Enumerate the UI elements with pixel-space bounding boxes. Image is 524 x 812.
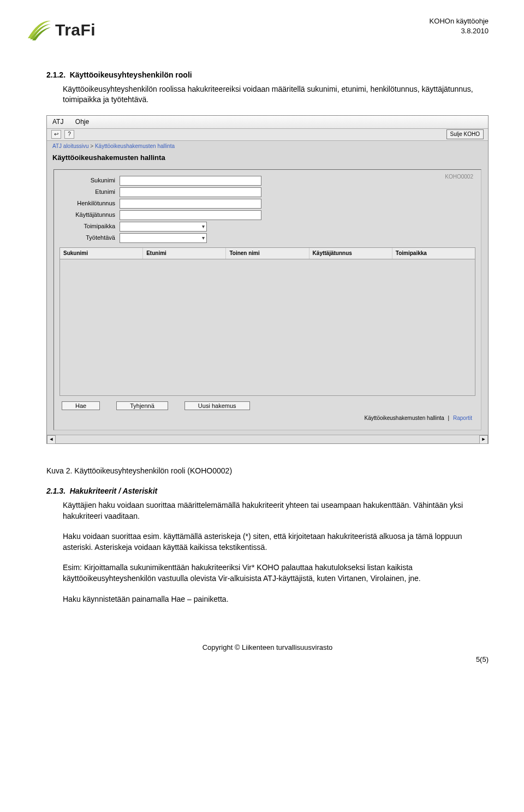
toolbar: ↩ ? Sulje KOHO [47,129,488,141]
horizontal-scrollbar[interactable]: ◄ ► [47,435,488,443]
col-sukunimi: Sukunimi [60,248,143,259]
paragraph: Haku käynnistetään painamalla Hae – pain… [63,594,489,605]
tab-raportit[interactable]: Raportit [453,415,472,421]
col-toinen-nimi: Toinen nimi [226,248,309,259]
tab-hallinta[interactable]: Käyttöoikeushakemusten hallinta [365,415,444,421]
hae-button[interactable]: Hae [62,401,100,410]
menu-ohje[interactable]: Ohje [75,118,89,126]
doc-meta: KOHOn käyttöohje 3.8.2010 [430,16,489,36]
section-title: Hakukriteerit / Asteriskit [70,487,158,495]
back-icon[interactable]: ↩ [51,130,61,139]
uusi-hakemus-button[interactable]: Uusi hakemus [184,401,250,410]
breadcrumb-current: Käyttöoikeushakemusten hallinta [95,143,175,149]
logo-text: TraFi [55,19,96,42]
scroll-right-icon[interactable]: ► [479,435,488,444]
input-sukunimi[interactable] [120,176,261,186]
paragraph: Käyttöoikeusyhteyshenkilön roolissa haku… [63,84,489,105]
footer-copyright: Copyright © Liikenteen turvallisuusviras… [46,643,489,653]
select-tyotehtava[interactable] [120,233,207,243]
breadcrumb-home[interactable]: ATJ aloitussivu [52,143,89,149]
screen-id: KOHO0002 [445,173,473,181]
logo: TraFi [25,16,96,44]
col-etunimi: Etunimi [143,248,226,259]
label-tyotehtava: Työtehtävä [59,234,120,242]
paragraph: Haku voidaan suorittaa esim. käyttämällä… [63,531,489,553]
help-icon[interactable]: ? [64,130,74,139]
label-sukunimi: Sukunimi [59,176,120,185]
input-etunimi[interactable] [120,187,261,197]
label-henkilotunnus: Henkilötunnus [59,199,120,208]
breadcrumb: ATJ aloitussivu > Käyttöoikeushakemusten… [47,141,488,152]
scroll-left-icon[interactable]: ◄ [47,435,56,444]
figure-caption: Kuva 2. Käyttöoikeusyhteyshenkilön rooli… [46,466,489,477]
app-title: Käyttöoikeushakemusten hallinta [47,152,488,166]
col-toimipaikka: Toimipaikka [392,248,475,259]
paragraph: Käyttäjien haku voidaan suorittaa määrit… [63,500,489,521]
section-number: 2.1.2. [46,70,66,79]
label-kayttajatunnus: Käyttäjätunnus [59,211,120,219]
section-title: Käyttöoikeusyhteyshenkilön rooli [70,70,192,79]
search-form: KOHO0002 Sukunimi Etunimi Henkilötunnus … [53,169,481,430]
label-toimipaikka: Toimipaikka [59,222,120,230]
input-henkilotunnus[interactable] [120,199,261,209]
select-toimipaikka[interactable] [120,222,207,232]
results-body [59,259,475,396]
doc-date: 3.8.2010 [430,26,489,36]
trafi-swoosh-icon [25,16,52,44]
section-number: 2.1.3. [46,487,66,495]
doc-title: KOHOn käyttöohje [430,16,489,26]
app-screenshot: ATJ Ohje ↩ ? Sulje KOHO ATJ aloitussivu … [46,115,489,444]
page-number: 5(5) [46,655,489,665]
tyhjenna-button[interactable]: Tyhjennä [116,401,168,410]
button-bar: Hae Tyhjennä Uusi hakemus [59,396,475,412]
results-header: Sukunimi Etunimi Toinen nimi Käyttäjätun… [59,247,475,259]
close-koho-button[interactable]: Sulje KOHO [446,129,484,139]
input-kayttajatunnus[interactable] [120,210,261,220]
tab-strip: Käyttöoikeushakemusten hallinta | Raport… [59,412,475,424]
menu-bar: ATJ Ohje [47,116,488,129]
label-etunimi: Etunimi [59,188,120,196]
menu-atj[interactable]: ATJ [52,118,63,126]
paragraph: Esim: Kirjoittamalla sukunimikenttään ha… [63,562,489,584]
col-kayttajatunnus: Käyttäjätunnus [309,248,392,259]
